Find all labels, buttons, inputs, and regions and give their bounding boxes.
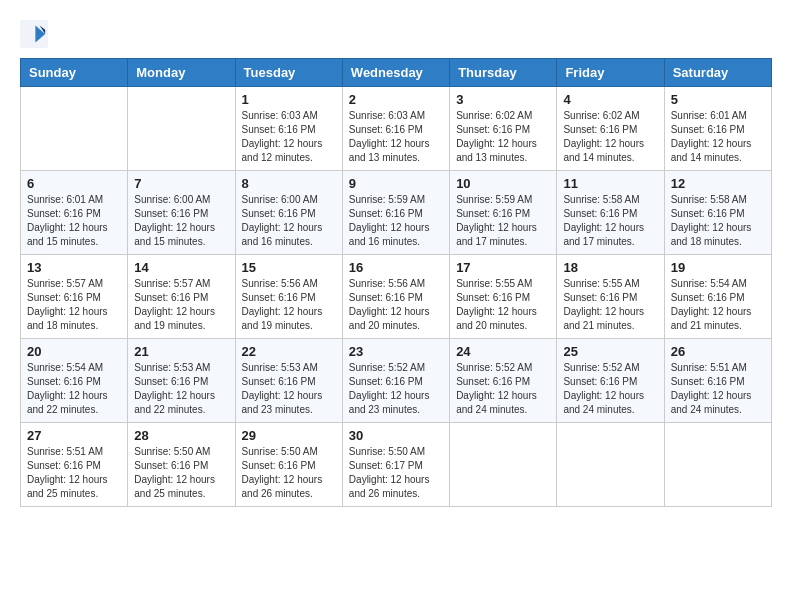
- calendar-cell: [128, 87, 235, 171]
- calendar-cell: 20Sunrise: 5:54 AM Sunset: 6:16 PM Dayli…: [21, 339, 128, 423]
- calendar-cell: 16Sunrise: 5:56 AM Sunset: 6:16 PM Dayli…: [342, 255, 449, 339]
- day-info: Sunrise: 6:01 AM Sunset: 6:16 PM Dayligh…: [671, 109, 765, 165]
- calendar-cell: 6Sunrise: 6:01 AM Sunset: 6:16 PM Daylig…: [21, 171, 128, 255]
- logo: [20, 20, 52, 48]
- calendar-cell: 7Sunrise: 6:00 AM Sunset: 6:16 PM Daylig…: [128, 171, 235, 255]
- day-number: 24: [456, 344, 550, 359]
- day-number: 8: [242, 176, 336, 191]
- day-info: Sunrise: 5:50 AM Sunset: 6:16 PM Dayligh…: [242, 445, 336, 501]
- day-info: Sunrise: 6:00 AM Sunset: 6:16 PM Dayligh…: [134, 193, 228, 249]
- day-info: Sunrise: 6:03 AM Sunset: 6:16 PM Dayligh…: [242, 109, 336, 165]
- calendar-cell: 2Sunrise: 6:03 AM Sunset: 6:16 PM Daylig…: [342, 87, 449, 171]
- day-info: Sunrise: 6:01 AM Sunset: 6:16 PM Dayligh…: [27, 193, 121, 249]
- day-info: Sunrise: 5:59 AM Sunset: 6:16 PM Dayligh…: [456, 193, 550, 249]
- day-number: 17: [456, 260, 550, 275]
- weekday-header: Friday: [557, 59, 664, 87]
- calendar-body: 1Sunrise: 6:03 AM Sunset: 6:16 PM Daylig…: [21, 87, 772, 507]
- day-info: Sunrise: 5:57 AM Sunset: 6:16 PM Dayligh…: [27, 277, 121, 333]
- day-info: Sunrise: 5:51 AM Sunset: 6:16 PM Dayligh…: [27, 445, 121, 501]
- weekday-header: Wednesday: [342, 59, 449, 87]
- day-number: 29: [242, 428, 336, 443]
- calendar-cell: [450, 423, 557, 507]
- calendar-cell: 17Sunrise: 5:55 AM Sunset: 6:16 PM Dayli…: [450, 255, 557, 339]
- calendar-week-row: 13Sunrise: 5:57 AM Sunset: 6:16 PM Dayli…: [21, 255, 772, 339]
- day-number: 4: [563, 92, 657, 107]
- logo-icon: [20, 20, 48, 48]
- calendar-cell: 1Sunrise: 6:03 AM Sunset: 6:16 PM Daylig…: [235, 87, 342, 171]
- calendar-cell: 13Sunrise: 5:57 AM Sunset: 6:16 PM Dayli…: [21, 255, 128, 339]
- calendar-header: SundayMondayTuesdayWednesdayThursdayFrid…: [21, 59, 772, 87]
- calendar-cell: 10Sunrise: 5:59 AM Sunset: 6:16 PM Dayli…: [450, 171, 557, 255]
- calendar-cell: 15Sunrise: 5:56 AM Sunset: 6:16 PM Dayli…: [235, 255, 342, 339]
- day-info: Sunrise: 5:52 AM Sunset: 6:16 PM Dayligh…: [349, 361, 443, 417]
- day-info: Sunrise: 5:54 AM Sunset: 6:16 PM Dayligh…: [671, 277, 765, 333]
- day-number: 14: [134, 260, 228, 275]
- day-number: 15: [242, 260, 336, 275]
- calendar-week-row: 6Sunrise: 6:01 AM Sunset: 6:16 PM Daylig…: [21, 171, 772, 255]
- weekday-header: Monday: [128, 59, 235, 87]
- calendar-cell: 29Sunrise: 5:50 AM Sunset: 6:16 PM Dayli…: [235, 423, 342, 507]
- calendar-table: SundayMondayTuesdayWednesdayThursdayFrid…: [20, 58, 772, 507]
- day-number: 19: [671, 260, 765, 275]
- day-number: 13: [27, 260, 121, 275]
- day-info: Sunrise: 5:58 AM Sunset: 6:16 PM Dayligh…: [671, 193, 765, 249]
- day-number: 22: [242, 344, 336, 359]
- calendar-cell: 5Sunrise: 6:01 AM Sunset: 6:16 PM Daylig…: [664, 87, 771, 171]
- calendar-week-row: 1Sunrise: 6:03 AM Sunset: 6:16 PM Daylig…: [21, 87, 772, 171]
- day-info: Sunrise: 5:59 AM Sunset: 6:16 PM Dayligh…: [349, 193, 443, 249]
- weekday-header: Saturday: [664, 59, 771, 87]
- day-info: Sunrise: 5:51 AM Sunset: 6:16 PM Dayligh…: [671, 361, 765, 417]
- calendar-cell: 23Sunrise: 5:52 AM Sunset: 6:16 PM Dayli…: [342, 339, 449, 423]
- page-header: [20, 20, 772, 48]
- day-info: Sunrise: 5:50 AM Sunset: 6:17 PM Dayligh…: [349, 445, 443, 501]
- day-info: Sunrise: 5:57 AM Sunset: 6:16 PM Dayligh…: [134, 277, 228, 333]
- day-number: 11: [563, 176, 657, 191]
- calendar-cell: 30Sunrise: 5:50 AM Sunset: 6:17 PM Dayli…: [342, 423, 449, 507]
- calendar-cell: 18Sunrise: 5:55 AM Sunset: 6:16 PM Dayli…: [557, 255, 664, 339]
- day-number: 12: [671, 176, 765, 191]
- day-number: 18: [563, 260, 657, 275]
- day-number: 26: [671, 344, 765, 359]
- day-number: 3: [456, 92, 550, 107]
- day-info: Sunrise: 5:58 AM Sunset: 6:16 PM Dayligh…: [563, 193, 657, 249]
- day-number: 5: [671, 92, 765, 107]
- day-number: 10: [456, 176, 550, 191]
- calendar-cell: 19Sunrise: 5:54 AM Sunset: 6:16 PM Dayli…: [664, 255, 771, 339]
- day-info: Sunrise: 5:52 AM Sunset: 6:16 PM Dayligh…: [563, 361, 657, 417]
- calendar-week-row: 27Sunrise: 5:51 AM Sunset: 6:16 PM Dayli…: [21, 423, 772, 507]
- day-info: Sunrise: 5:53 AM Sunset: 6:16 PM Dayligh…: [242, 361, 336, 417]
- day-info: Sunrise: 6:00 AM Sunset: 6:16 PM Dayligh…: [242, 193, 336, 249]
- calendar-cell: 28Sunrise: 5:50 AM Sunset: 6:16 PM Dayli…: [128, 423, 235, 507]
- calendar-cell: 9Sunrise: 5:59 AM Sunset: 6:16 PM Daylig…: [342, 171, 449, 255]
- calendar-cell: 22Sunrise: 5:53 AM Sunset: 6:16 PM Dayli…: [235, 339, 342, 423]
- day-info: Sunrise: 6:02 AM Sunset: 6:16 PM Dayligh…: [456, 109, 550, 165]
- day-info: Sunrise: 5:55 AM Sunset: 6:16 PM Dayligh…: [563, 277, 657, 333]
- calendar-cell: 8Sunrise: 6:00 AM Sunset: 6:16 PM Daylig…: [235, 171, 342, 255]
- day-number: 6: [27, 176, 121, 191]
- calendar-cell: 4Sunrise: 6:02 AM Sunset: 6:16 PM Daylig…: [557, 87, 664, 171]
- calendar-cell: [21, 87, 128, 171]
- day-number: 30: [349, 428, 443, 443]
- day-info: Sunrise: 6:03 AM Sunset: 6:16 PM Dayligh…: [349, 109, 443, 165]
- day-info: Sunrise: 5:56 AM Sunset: 6:16 PM Dayligh…: [349, 277, 443, 333]
- day-info: Sunrise: 6:02 AM Sunset: 6:16 PM Dayligh…: [563, 109, 657, 165]
- calendar-cell: 3Sunrise: 6:02 AM Sunset: 6:16 PM Daylig…: [450, 87, 557, 171]
- day-number: 1: [242, 92, 336, 107]
- calendar-cell: [664, 423, 771, 507]
- day-number: 16: [349, 260, 443, 275]
- weekday-header: Sunday: [21, 59, 128, 87]
- calendar-cell: 27Sunrise: 5:51 AM Sunset: 6:16 PM Dayli…: [21, 423, 128, 507]
- weekday-header: Tuesday: [235, 59, 342, 87]
- day-info: Sunrise: 5:54 AM Sunset: 6:16 PM Dayligh…: [27, 361, 121, 417]
- calendar-cell: 11Sunrise: 5:58 AM Sunset: 6:16 PM Dayli…: [557, 171, 664, 255]
- day-number: 28: [134, 428, 228, 443]
- calendar-cell: 14Sunrise: 5:57 AM Sunset: 6:16 PM Dayli…: [128, 255, 235, 339]
- calendar-cell: [557, 423, 664, 507]
- calendar-cell: 26Sunrise: 5:51 AM Sunset: 6:16 PM Dayli…: [664, 339, 771, 423]
- calendar-cell: 21Sunrise: 5:53 AM Sunset: 6:16 PM Dayli…: [128, 339, 235, 423]
- calendar-cell: 24Sunrise: 5:52 AM Sunset: 6:16 PM Dayli…: [450, 339, 557, 423]
- day-number: 2: [349, 92, 443, 107]
- calendar-header-row: SundayMondayTuesdayWednesdayThursdayFrid…: [21, 59, 772, 87]
- day-number: 21: [134, 344, 228, 359]
- day-number: 27: [27, 428, 121, 443]
